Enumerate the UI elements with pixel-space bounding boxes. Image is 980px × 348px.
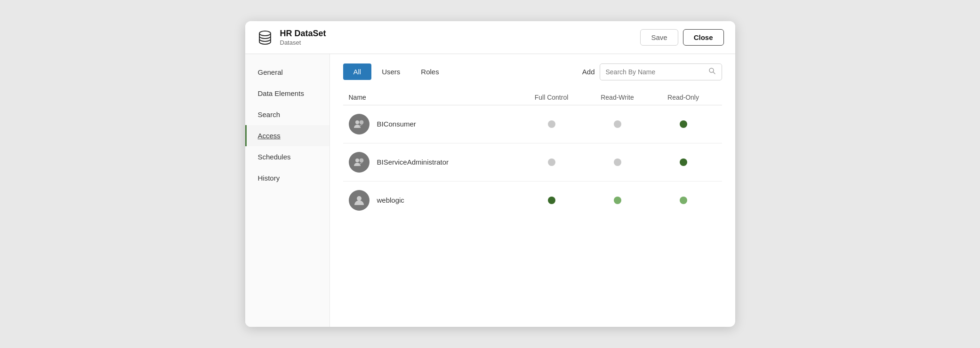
status-dot [680, 120, 687, 128]
sidebar: General Data Elements Search Access Sche… [245, 54, 330, 327]
sidebar-item-access[interactable]: Access [245, 125, 329, 146]
dot-full-control [519, 158, 585, 166]
database-icon [257, 29, 273, 46]
dot-read-only [651, 197, 716, 204]
search-icon [708, 67, 716, 77]
sidebar-item-general[interactable]: General [245, 62, 329, 83]
main-window: HR DataSet Dataset Save Close General Da… [245, 21, 735, 327]
row-label: BIConsumer [377, 120, 416, 128]
status-dot [548, 120, 555, 128]
status-dot [680, 158, 687, 166]
table-row: BIServiceAdministrator [343, 143, 722, 182]
search-input[interactable] [606, 68, 708, 76]
row-name-cell: weblogic [349, 190, 519, 211]
sidebar-item-search[interactable]: Search [245, 104, 329, 125]
page-title: HR DataSet [280, 29, 641, 39]
main-content: All Users Roles Add [330, 54, 735, 327]
status-dot [548, 158, 555, 166]
status-dot [680, 197, 687, 204]
table-row: weblogic [343, 182, 722, 219]
header-actions: Save Close [640, 29, 723, 46]
table-row: BIConsumer [343, 105, 722, 143]
tab-roles[interactable]: Roles [410, 63, 449, 80]
body: General Data Elements Search Access Sche… [245, 54, 735, 327]
sidebar-item-data-elements[interactable]: Data Elements [245, 83, 329, 104]
avatar [349, 190, 370, 211]
sidebar-item-schedules[interactable]: Schedules [245, 146, 329, 167]
dot-full-control [519, 120, 585, 128]
status-dot [548, 197, 555, 204]
tabs-bar: All Users Roles Add [343, 63, 722, 80]
svg-point-3 [355, 120, 359, 124]
dot-read-write [585, 158, 651, 166]
row-name-cell: BIServiceAdministrator [349, 152, 519, 173]
add-label: Add [582, 68, 595, 76]
status-dot [614, 120, 621, 128]
tab-all[interactable]: All [343, 63, 372, 80]
save-button[interactable]: Save [640, 29, 678, 46]
svg-point-0 [259, 31, 271, 36]
svg-point-5 [355, 158, 359, 162]
col-header-name: Name [349, 94, 519, 101]
row-label: weblogic [377, 196, 404, 204]
avatar [349, 152, 370, 173]
access-table: Name Full Control Read-Write Read-Only [343, 90, 722, 219]
dot-read-only [651, 120, 716, 128]
dot-read-write [585, 120, 651, 128]
row-name-cell: BIConsumer [349, 114, 519, 134]
svg-point-7 [357, 196, 361, 201]
header-title-group: HR DataSet Dataset [280, 29, 641, 46]
col-header-full-control: Full Control [519, 94, 585, 101]
svg-point-6 [360, 158, 363, 162]
col-header-read-write: Read-Write [585, 94, 651, 101]
avatar [349, 114, 370, 134]
svg-line-2 [713, 72, 715, 74]
col-header-read-only: Read-Only [651, 94, 716, 101]
dot-read-only [651, 158, 716, 166]
sidebar-item-history[interactable]: History [245, 167, 329, 189]
header: HR DataSet Dataset Save Close [245, 21, 735, 54]
close-button[interactable]: Close [683, 29, 724, 46]
svg-point-4 [360, 120, 363, 124]
dot-read-write [585, 197, 651, 204]
search-box [600, 63, 722, 80]
page-subtitle: Dataset [280, 39, 641, 46]
status-dot [614, 197, 621, 204]
dot-full-control [519, 197, 585, 204]
row-label: BIServiceAdministrator [377, 158, 449, 166]
status-dot [614, 158, 621, 166]
table-header: Name Full Control Read-Write Read-Only [343, 90, 722, 105]
tab-users[interactable]: Users [371, 63, 410, 80]
